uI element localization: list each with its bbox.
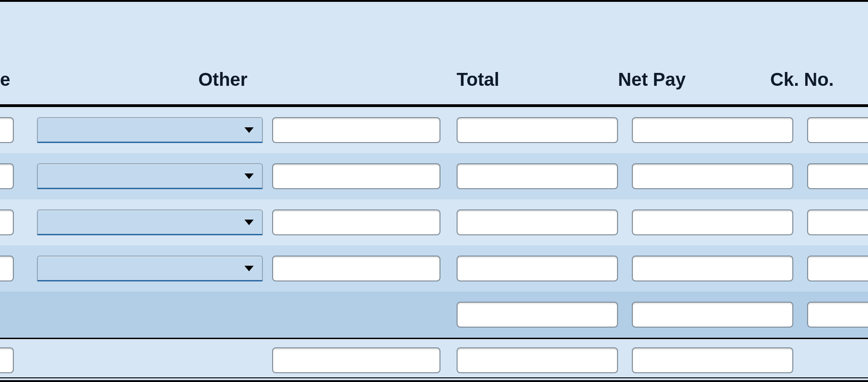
footer-total-input[interactable] — [457, 347, 618, 373]
chevron-down-icon — [244, 266, 254, 271]
row4-other-amount-input[interactable] — [272, 256, 440, 281]
footer-netpay-input[interactable] — [632, 347, 793, 373]
row4-ckno-input[interactable] — [807, 256, 868, 281]
row4-total-input[interactable] — [457, 256, 618, 281]
row4-netpay-input[interactable] — [632, 256, 793, 281]
chevron-down-icon — [244, 127, 254, 133]
row3-netpay-input[interactable] — [632, 209, 793, 235]
row2-other-amount-input[interactable] — [272, 163, 440, 189]
footer-other-amount-input[interactable] — [272, 347, 440, 373]
header-other: Other — [198, 69, 248, 90]
header-ck-no: Ck. No. — [770, 69, 834, 90]
row4-other-select[interactable] — [37, 256, 263, 281]
row2-total-input[interactable] — [457, 163, 618, 189]
row2-other-select[interactable] — [37, 163, 263, 189]
header-total: Total — [457, 69, 499, 90]
row2-netpay-input[interactable] — [632, 163, 793, 189]
row1-ckno-input[interactable] — [807, 117, 868, 143]
row3-leftfrag-input[interactable] — [0, 209, 14, 235]
subtotal-ckno-input[interactable] — [807, 302, 868, 328]
chevron-down-icon — [244, 173, 254, 179]
row1-leftfrag-input[interactable] — [0, 117, 14, 143]
footer-leftfrag-input[interactable] — [0, 347, 14, 373]
row3-other-select[interactable] — [37, 209, 263, 235]
subtotal-total-input[interactable] — [457, 302, 618, 328]
row1-total-input[interactable] — [457, 117, 618, 143]
row2-ckno-input[interactable] — [807, 163, 868, 189]
row1-other-select[interactable] — [37, 117, 263, 143]
row1-netpay-input[interactable] — [632, 117, 793, 143]
row1-other-amount-input[interactable] — [272, 117, 440, 143]
row4-leftfrag-input[interactable] — [0, 256, 14, 281]
row3-ckno-input[interactable] — [807, 209, 868, 235]
row3-other-amount-input[interactable] — [272, 209, 440, 235]
header-net-pay: Net Pay — [618, 69, 686, 90]
subtotal-netpay-input[interactable] — [632, 302, 793, 328]
row2-leftfrag-input[interactable] — [0, 163, 14, 189]
row3-total-input[interactable] — [457, 209, 618, 235]
chevron-down-icon — [244, 220, 254, 225]
header-col0-partial: e — [0, 69, 10, 90]
